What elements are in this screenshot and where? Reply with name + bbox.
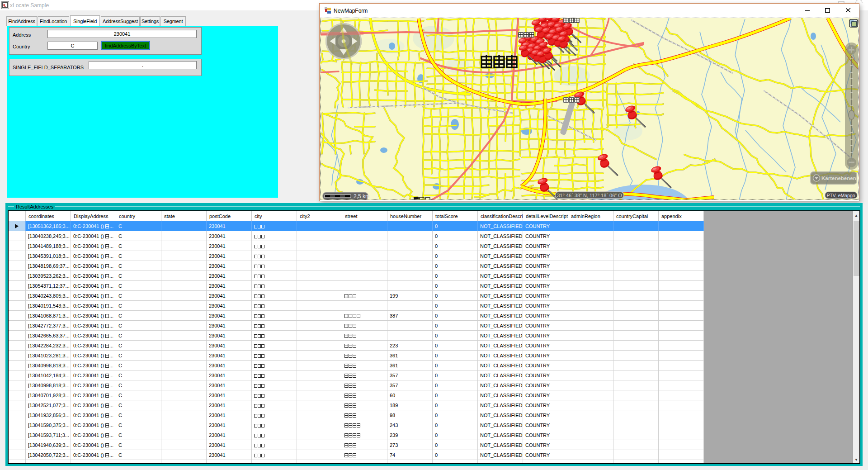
svg-text:31° 46´ 38″ N, 117° 18´ 06″ O: 31° 46´ 38″ N, 117° 18´ 06″ O bbox=[557, 193, 622, 198]
svg-text:2,5 km: 2,5 km bbox=[354, 193, 370, 199]
svg-text:PTV, eMapgo: PTV, eMapgo bbox=[826, 193, 855, 198]
svg-text:Kartenebenen: Kartenebenen bbox=[821, 176, 856, 181]
